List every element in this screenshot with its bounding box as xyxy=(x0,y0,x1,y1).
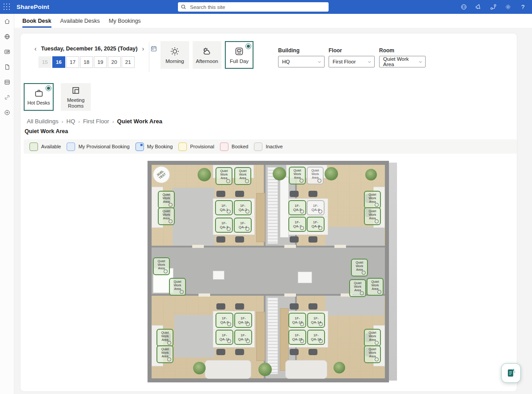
view-switcher-icon[interactable] xyxy=(460,3,468,11)
next-day-icon[interactable]: › xyxy=(142,46,145,52)
library-icon[interactable] xyxy=(4,79,11,86)
desk-badge[interactable]: 1F-QA-4 xyxy=(234,218,252,233)
area-badge[interactable]: Quiet Work Area xyxy=(364,329,381,347)
area-badge[interactable]: Quiet Work Area xyxy=(289,167,306,184)
day-cell[interactable]: 18 xyxy=(80,56,93,68)
site-search[interactable] xyxy=(178,2,329,12)
day-cell[interactable]: 21 xyxy=(122,56,135,68)
breadcrumb-current: Quiet Work Area xyxy=(117,118,162,125)
room-select[interactable]: Quiet Work Area xyxy=(379,56,426,67)
area-badge[interactable]: Quiet Work Area xyxy=(349,279,366,297)
legend-item: My Provisional Booking xyxy=(67,143,129,151)
carpet xyxy=(173,188,215,249)
floorplan: JOEL TEST Quiet Work AreaQuiet Work Area… xyxy=(148,161,398,384)
room-filter: Room Quiet Work Area xyxy=(379,47,426,67)
home-icon[interactable] xyxy=(4,18,11,25)
tab-book-desk[interactable]: Book Desk xyxy=(22,14,51,28)
time-option-afternoon[interactable]: Afternoon xyxy=(193,41,221,69)
space-type-label: Hot Desks xyxy=(27,100,50,106)
help-icon[interactable]: ? xyxy=(519,3,527,11)
area-badge[interactable]: Quiet Work Area xyxy=(156,329,173,347)
calendar-icon[interactable] xyxy=(150,45,157,52)
area-badge[interactable]: Quiet Work Area xyxy=(351,259,368,277)
legend-item: Inactive xyxy=(254,143,283,151)
time-option-label: Afternoon xyxy=(196,59,218,64)
chair xyxy=(308,303,317,310)
connections-icon[interactable] xyxy=(490,3,497,11)
desk-badge[interactable]: 1F-QA-8 xyxy=(307,217,325,232)
area-badge[interactable]: Quiet Work Area xyxy=(153,257,170,275)
sun-icon xyxy=(169,46,180,57)
area-badge[interactable]: Quiet Work Area xyxy=(156,345,173,363)
settings-icon[interactable] xyxy=(504,3,512,11)
day-cell[interactable]: 15 xyxy=(38,56,51,68)
space-type-hot-desks[interactable]: Hot Desks xyxy=(24,83,54,111)
desk-badge[interactable]: 1F-QA-12 xyxy=(234,330,252,345)
day-cell[interactable]: 16 xyxy=(52,56,65,68)
floorplan-terrace xyxy=(389,163,397,381)
booking-assistant-button[interactable] xyxy=(501,363,521,383)
desk-badge[interactable]: 1F-QA-3 xyxy=(215,218,233,233)
prev-day-icon[interactable]: ‹ xyxy=(34,46,37,52)
day-cell[interactable]: 20 xyxy=(108,56,121,68)
chair xyxy=(216,349,225,355)
area-badge[interactable]: Quiet Work Area xyxy=(364,207,381,225)
desk-badge[interactable]: 1F-QA-1 xyxy=(215,200,233,215)
day-strip: 15161718192021 xyxy=(38,56,135,68)
day-cell[interactable]: 17 xyxy=(66,56,79,68)
building-select[interactable]: HQ xyxy=(278,56,325,67)
announcements-icon[interactable] xyxy=(475,3,482,11)
tab-available-desks[interactable]: Available Desks xyxy=(60,14,100,28)
room-label: Room xyxy=(379,47,426,54)
page-title: Quiet Work Area xyxy=(25,128,68,134)
globe-icon[interactable] xyxy=(4,33,11,40)
breadcrumb-first-floor[interactable]: First Floor xyxy=(83,118,110,125)
time-option-full-day[interactable]: Full Day xyxy=(225,41,253,69)
chair xyxy=(308,349,317,355)
area-badge[interactable]: Quiet Work Area xyxy=(215,167,232,185)
breadcrumb-all-buildings[interactable]: All Buildings xyxy=(27,118,59,125)
desk-badge[interactable]: 1F-QA-14 xyxy=(307,313,325,328)
breadcrumb-hq[interactable]: HQ xyxy=(67,118,76,125)
area-badge[interactable]: Quiet Work Area xyxy=(367,278,384,296)
area-badge[interactable]: Quiet Work Area xyxy=(364,191,381,209)
selected-radio-icon xyxy=(46,85,51,91)
news-icon[interactable] xyxy=(4,48,11,55)
search-input[interactable] xyxy=(189,4,326,10)
desk-badge[interactable]: 1F-QA-6 xyxy=(307,200,325,215)
desk-badge[interactable]: 1F-QA-2 xyxy=(234,200,252,215)
desk-badge[interactable]: 1F-QA-10 xyxy=(234,313,252,328)
add-icon[interactable] xyxy=(4,109,11,116)
chair xyxy=(290,303,299,310)
time-option-morning[interactable]: Morning xyxy=(160,41,189,69)
booking-card: ‹ Tuesday, December 16, 2025 (Today) › 1… xyxy=(21,34,517,391)
area-badge[interactable]: Quiet Work Area xyxy=(158,191,175,209)
link-icon[interactable] xyxy=(4,94,11,101)
legend-item: Available xyxy=(30,143,61,151)
area-badge[interactable]: Quiet Work Area xyxy=(158,207,175,225)
sun-cloud-icon xyxy=(202,46,212,57)
room-value: Quiet Work Area xyxy=(383,56,416,67)
area-badge[interactable]: Quiet Work Area xyxy=(307,167,324,184)
desk-badge[interactable]: 1F-QA-5 xyxy=(288,200,306,215)
plant xyxy=(273,167,286,180)
desk-badge[interactable]: 1F-QA-15 xyxy=(288,330,306,345)
page-tabs: Book Desk Available Desks My Bookings xyxy=(14,14,532,28)
desk-badge[interactable]: 1F-QA-9 xyxy=(215,313,233,328)
document-icon[interactable] xyxy=(4,63,11,71)
space-type-meeting-rooms[interactable]: Meeting Rooms xyxy=(61,83,91,111)
chair xyxy=(290,236,299,243)
area-badge[interactable]: Quiet Work Area xyxy=(234,167,251,185)
app-sidebar xyxy=(0,14,14,394)
tab-my-bookings[interactable]: My Bookings xyxy=(109,14,141,28)
area-badge[interactable]: Quiet Work Area xyxy=(364,345,381,363)
floor-select[interactable]: First Floor xyxy=(329,56,375,67)
day-cell[interactable]: 19 xyxy=(94,56,107,68)
door xyxy=(284,245,296,248)
desk-badge[interactable]: 1F-QA-13 xyxy=(288,313,306,328)
area-badge[interactable]: Quiet Work Area xyxy=(169,278,186,296)
app-launcher-icon[interactable] xyxy=(0,0,14,14)
desk-badge[interactable]: 1F-QA-16 xyxy=(307,330,325,345)
desk-badge[interactable]: 1F-QA-11 xyxy=(215,330,233,345)
desk-badge[interactable]: 1F-QA-7 xyxy=(288,217,306,232)
